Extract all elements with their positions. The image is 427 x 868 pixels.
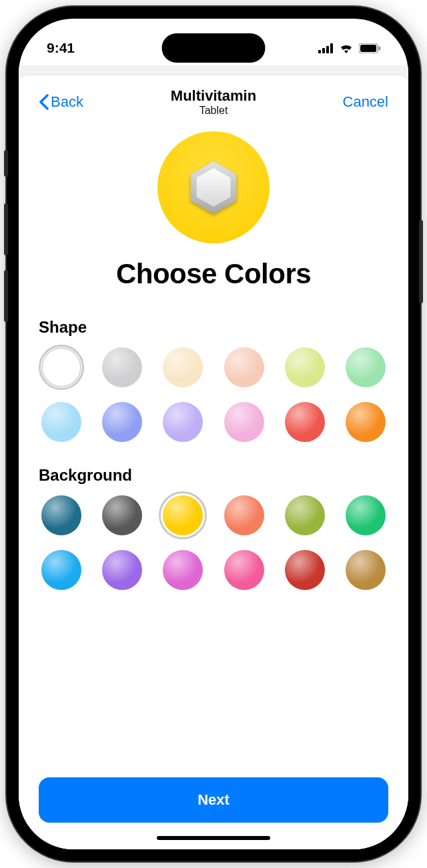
background-color-swatch-9[interactable] — [224, 550, 264, 590]
shape-color-swatch-5[interactable] — [346, 347, 386, 387]
background-color-swatch-0[interactable] — [41, 495, 81, 535]
nav-title-main: Multivitamin — [105, 87, 322, 105]
navigation-bar: Back Multivitamin Tablet Cancel — [39, 75, 388, 123]
shape-color-swatch-8[interactable] — [163, 402, 203, 442]
nav-title: Multivitamin Tablet — [105, 87, 322, 117]
svg-rect-2 — [326, 46, 329, 53]
svg-rect-0 — [318, 50, 321, 53]
phone-frame: 9:41 — [7, 7, 420, 861]
cellular-signal-icon — [318, 43, 334, 53]
preview-background-circle — [157, 131, 270, 243]
shape-color-swatch-3[interactable] — [224, 347, 264, 387]
silent-switch — [4, 150, 8, 177]
background-color-swatch-2[interactable] — [163, 495, 203, 535]
background-color-swatch-7[interactable] — [102, 550, 142, 590]
tablet-hexagon-icon — [183, 157, 244, 217]
background-color-swatch-10[interactable] — [285, 550, 325, 590]
cancel-button[interactable]: Cancel — [322, 93, 388, 111]
shape-color-swatch-10[interactable] — [285, 402, 325, 442]
svg-rect-3 — [330, 43, 333, 53]
background-color-swatch-4[interactable] — [285, 495, 325, 535]
shape-color-swatch-11[interactable] — [346, 402, 386, 442]
status-time: 9:41 — [47, 40, 75, 56]
background-color-swatch-5[interactable] — [346, 495, 386, 535]
volume-down-button — [4, 270, 8, 322]
cancel-label: Cancel — [343, 93, 388, 110]
shape-color-grid — [39, 347, 388, 442]
shape-color-swatch-7[interactable] — [102, 402, 142, 442]
shape-color-swatch-2[interactable] — [163, 347, 203, 387]
shape-color-swatch-6[interactable] — [41, 402, 81, 442]
svg-rect-5 — [360, 45, 376, 52]
volume-up-button — [4, 203, 8, 255]
status-indicators — [318, 43, 380, 53]
background-section-label: Background — [39, 466, 388, 485]
medication-preview — [39, 131, 388, 243]
shape-color-swatch-9[interactable] — [224, 402, 264, 442]
wifi-icon — [339, 43, 354, 53]
svg-rect-6 — [379, 46, 381, 50]
next-button[interactable]: Next — [39, 777, 388, 823]
home-indicator[interactable] — [157, 836, 270, 840]
shape-color-swatch-1[interactable] — [102, 347, 142, 387]
svg-rect-1 — [322, 48, 325, 53]
back-label: Back — [51, 93, 83, 111]
background-color-swatch-11[interactable] — [346, 550, 386, 590]
background-color-swatch-8[interactable] — [163, 550, 203, 590]
battery-icon — [359, 43, 380, 53]
background-color-swatch-6[interactable] — [41, 550, 81, 590]
chevron-left-icon — [39, 94, 49, 110]
back-button[interactable]: Back — [39, 93, 105, 111]
page-title: Choose Colors — [39, 258, 388, 290]
nav-title-subtitle: Tablet — [105, 105, 322, 117]
dynamic-island — [162, 33, 266, 63]
modal-sheet: Back Multivitamin Tablet Cancel — [19, 75, 408, 849]
shape-color-swatch-4[interactable] — [285, 347, 325, 387]
screen: 9:41 — [19, 19, 408, 849]
shape-section-label: Shape — [39, 318, 388, 337]
background-color-swatch-3[interactable] — [224, 495, 264, 535]
background-color-swatch-1[interactable] — [102, 495, 142, 535]
next-button-label: Next — [197, 791, 230, 808]
shape-color-swatch-0[interactable] — [41, 347, 81, 387]
background-color-grid — [39, 495, 388, 590]
power-button — [419, 220, 423, 303]
